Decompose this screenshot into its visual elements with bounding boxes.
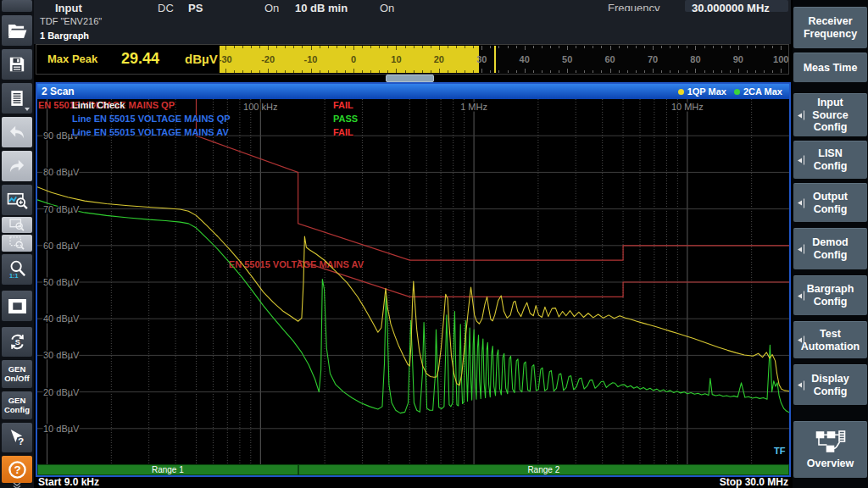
gen-config-label: GEN xyxy=(8,396,26,406)
bargraph-tick xyxy=(328,46,329,48)
bargraph-scale-label: 90 xyxy=(733,54,743,64)
bargraph-tick xyxy=(337,46,337,48)
bargraph-tick xyxy=(353,69,354,73)
submenu-arrow-icon xyxy=(798,198,804,208)
zoom-signal-icon xyxy=(7,191,28,209)
bargraph-tick xyxy=(533,70,534,73)
top-header: Input DC PS On 10 dB min On Frequency 30… xyxy=(34,0,791,44)
bargraph-tick xyxy=(542,46,542,48)
bargraph-tick xyxy=(601,70,602,73)
bargraph-tick xyxy=(721,70,722,73)
softkey-overview[interactable]: Overview xyxy=(793,421,867,478)
frequency-value-field[interactable]: 30.000000 MHz xyxy=(685,0,788,12)
softkey-receiver-frequency[interactable]: ReceiverFrequency xyxy=(793,7,867,48)
y-axis-label: 50 dBµV xyxy=(43,277,80,287)
bargraph-tick xyxy=(653,69,654,73)
bargraph-tick xyxy=(661,46,662,48)
bargraph-tick xyxy=(772,70,773,73)
frequency-label-clipped: Frequency xyxy=(608,0,676,11)
overview-label: Overview xyxy=(807,458,854,470)
bargraph-window: Max Peak 29.44 dBµV -30-20-1001020304050… xyxy=(36,44,789,75)
clipped-button-button[interactable] xyxy=(2,0,32,12)
zoom-signal-button[interactable] xyxy=(2,185,32,215)
bargraph-tick xyxy=(481,46,482,50)
gen-config-button[interactable]: GENConfig xyxy=(2,391,32,419)
zoom-in-icon xyxy=(9,219,25,231)
gen-on-off-label: On/Off xyxy=(4,374,30,384)
sweep-continuous-button[interactable]: S xyxy=(2,327,32,357)
x-axis-label: 100 kHz xyxy=(243,102,277,112)
scan-range-bar: Range 1Range 2 xyxy=(37,464,789,475)
bargraph-tick xyxy=(730,70,731,73)
bargraph-tick xyxy=(456,46,457,48)
softkey-meas-time[interactable]: Meas Time xyxy=(793,53,867,82)
softkey-input-source-config[interactable]: InputSourceConfig xyxy=(793,93,867,136)
zoom-in-button[interactable] xyxy=(2,217,32,233)
bargraph-tick xyxy=(439,46,440,50)
redo-button[interactable] xyxy=(2,151,32,181)
softkey-bargraph-config[interactable]: BargraphConfig xyxy=(793,275,867,315)
softkey-lisn-config[interactable]: LISNConfig xyxy=(793,141,867,179)
bargraph-tick xyxy=(508,70,509,73)
bargraph-tick xyxy=(431,46,431,48)
bargraph-tick xyxy=(584,46,585,48)
bargraph-tick xyxy=(764,70,765,73)
bargraph-tick xyxy=(508,46,509,48)
submenu-arrow-icon xyxy=(798,156,804,165)
legend-trace-label: 2CA Max xyxy=(743,86,782,97)
bargraph-tick xyxy=(678,70,679,73)
scan-range-label: Range 1 xyxy=(152,465,184,474)
softkey-demod-config[interactable]: DemodConfig xyxy=(793,228,867,269)
bargraph-tick xyxy=(268,69,269,73)
bargraph-scale-label: 10 xyxy=(391,54,401,64)
softkey-test-automation[interactable]: TestAutomation xyxy=(793,321,867,358)
bargraph-unit: dBµV xyxy=(185,52,218,66)
bargraph-tick xyxy=(490,70,491,73)
zoom-selection-button[interactable] xyxy=(2,235,32,252)
bargraph-tick xyxy=(653,46,654,50)
scan-plot-area[interactable]: EN 55015 VOLTAGE MAINS AV100 kHz1 MHz10 … xyxy=(37,99,789,465)
undo-button[interactable] xyxy=(2,117,32,147)
dc-label: DC xyxy=(158,2,174,14)
dropdown-caret-icon xyxy=(25,108,30,111)
bargraph-tick xyxy=(542,70,542,73)
window-splitter-handle[interactable] xyxy=(386,75,434,82)
context-help-button[interactable]: ? xyxy=(2,423,32,452)
bargraph-tick xyxy=(567,69,568,73)
bargraph-tick xyxy=(276,46,277,48)
gen-on-off-button[interactable]: GENOn/Off xyxy=(2,360,32,388)
bargraph-tick xyxy=(456,70,457,73)
bargraph-tick xyxy=(396,46,397,50)
open-file-button[interactable] xyxy=(2,15,32,46)
bargraph-tick xyxy=(414,46,415,48)
bargraph-tick xyxy=(567,46,568,50)
legend-item: 1QP Max xyxy=(678,86,726,97)
save-button[interactable] xyxy=(2,49,32,80)
zoom-1-1-button[interactable]: 1:1 xyxy=(2,254,32,285)
sweep-refresh-icon: S xyxy=(8,333,26,351)
softkey-display-config[interactable]: DisplayConfig xyxy=(793,364,867,405)
bargraph-tick xyxy=(738,46,739,50)
legend-trace-label: 1QP Max xyxy=(687,86,726,97)
bargraph-tick xyxy=(678,46,679,48)
display-frame-button[interactable] xyxy=(2,291,32,321)
bargraph-tick xyxy=(695,69,696,73)
bargraph-tick xyxy=(293,46,294,48)
bargraph-scale-label: 40 xyxy=(520,54,530,64)
scan-chart: EN 55015 VOLTAGE MAINS AV100 kHz1 MHz10 … xyxy=(37,99,789,465)
y-axis-label: 60 dBµV xyxy=(43,241,80,251)
bargraph-scale-label: 20 xyxy=(434,54,444,64)
legend-trace-dot-icon xyxy=(734,89,740,95)
softkey-output-config[interactable]: OutputConfig xyxy=(793,183,867,222)
print-report-button[interactable] xyxy=(2,83,32,114)
bargraph-tick xyxy=(644,46,645,48)
bargraph-tick xyxy=(713,46,714,48)
stop-frequency-label: Stop 30.0 MHz xyxy=(0,476,788,488)
svg-text:1:1: 1:1 xyxy=(8,272,18,279)
x-axis-label: 1 MHz xyxy=(460,102,487,112)
bargraph-tick xyxy=(302,46,303,48)
softkey-label: Config xyxy=(814,249,848,262)
softkey-label: Display xyxy=(811,373,849,385)
submenu-arrow-icon xyxy=(798,291,804,301)
submenu-arrow-icon xyxy=(798,336,804,345)
